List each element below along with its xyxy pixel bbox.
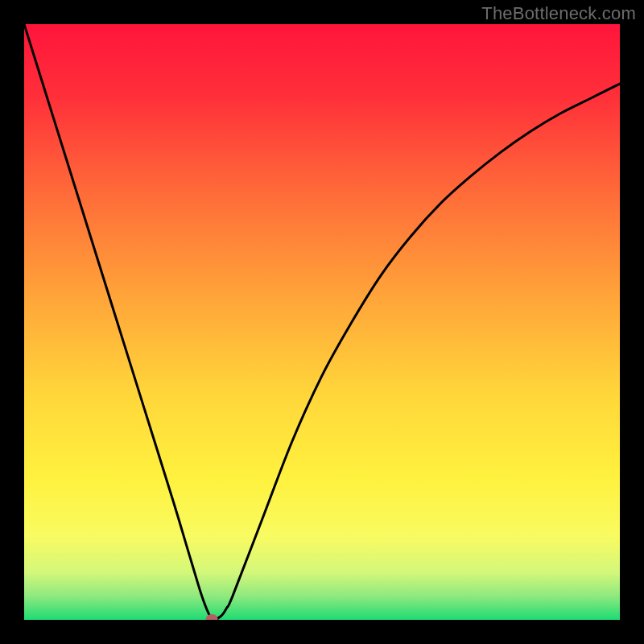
optimum-marker	[206, 615, 217, 620]
chart-svg	[24, 24, 620, 620]
plot-area	[24, 24, 620, 620]
watermark-text: TheBottleneck.com	[481, 3, 636, 24]
chart-stage: TheBottleneck.com	[0, 0, 644, 644]
gradient-background	[24, 24, 620, 620]
